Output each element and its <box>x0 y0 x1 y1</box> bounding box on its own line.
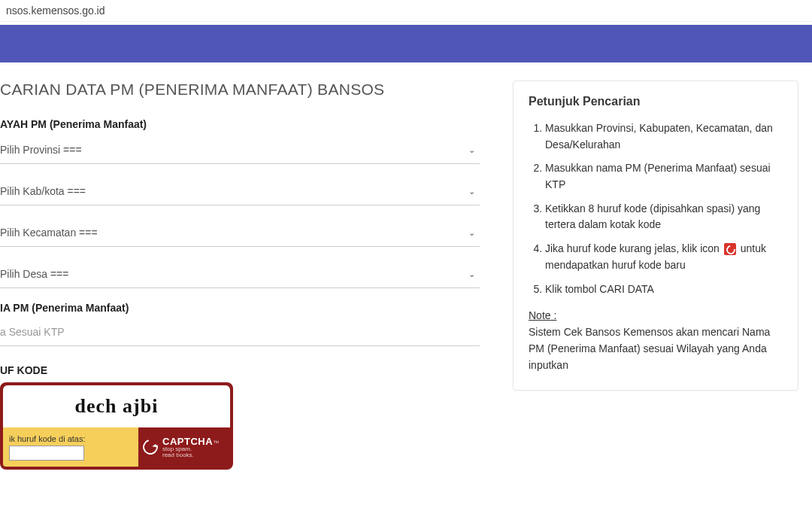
note-heading: Note : <box>529 309 783 321</box>
captcha-input-area: ik huruf kode di atas: <box>3 427 138 467</box>
captcha-input[interactable] <box>9 446 84 461</box>
header-band <box>0 25 812 62</box>
section-wilayah-label: AYAH PM (Penerima Manfaat) <box>0 118 480 130</box>
captcha-hint: ik huruf kode di atas: <box>9 434 132 443</box>
captcha-image: dech ajbi <box>3 385 230 427</box>
section-kode-label: UF KODE <box>0 364 480 376</box>
nama-input[interactable] <box>0 320 480 346</box>
chevron-down-icon: ⌄ <box>468 187 475 196</box>
kecamatan-value: Pilih Kecamatan === <box>0 227 98 239</box>
list-item: Masukkan nama PM (Penerima Manfaat) sesu… <box>545 160 783 193</box>
desa-select[interactable]: Pilih Desa === ⌄ <box>0 260 480 288</box>
captcha-brand-area: CAPTCHA™ stop spam. read books. <box>138 427 230 467</box>
list-item: Klik tombol CARI DATA <box>545 281 783 298</box>
chevron-down-icon: ⌄ <box>468 269 475 279</box>
instructions-list: Masukkan Provinsi, Kabupaten, Kecamatan,… <box>529 120 783 297</box>
provinsi-value: Pilih Provinsi === <box>0 144 82 156</box>
refresh-icon <box>724 243 736 255</box>
section-nama-label: IA PM (Penerima Manfaat) <box>0 302 480 314</box>
desa-value: Pilih Desa === <box>0 268 68 280</box>
captcha-widget: dech ajbi ik huruf kode di atas: CAPTCHA… <box>0 382 233 470</box>
captcha-tag2: read books. <box>162 452 219 458</box>
kecamatan-select[interactable]: Pilih Kecamatan === ⌄ <box>0 219 480 247</box>
kabkota-select[interactable]: Pilih Kab/kota === ⌄ <box>0 178 480 205</box>
instructions-panel: Petunjuk Pencarian Masukkan Provinsi, Ka… <box>513 81 798 391</box>
page-title: CARIAN DATA PM (PENERIMA MANFAAT) BANSOS <box>0 81 480 99</box>
instructions-title: Petunjuk Pencarian <box>529 95 783 108</box>
kabkota-value: Pilih Kab/kota === <box>0 185 86 197</box>
provinsi-select[interactable]: Pilih Provinsi === ⌄ <box>0 136 480 164</box>
address-bar[interactable]: nsos.kemensos.go.id <box>0 0 812 22</box>
chevron-down-icon: ⌄ <box>468 228 475 238</box>
list-item: Jika huruf kode kurang jelas, klik icon … <box>545 241 783 273</box>
note-body: Sistem Cek Bansos Kemensos akan mencari … <box>529 324 783 373</box>
refresh-icon[interactable] <box>140 437 160 457</box>
search-form: CARIAN DATA PM (PENERIMA MANFAAT) BANSOS… <box>0 81 495 470</box>
chevron-down-icon: ⌄ <box>468 145 475 155</box>
list-item: Ketikkan 8 huruf kode (dipisahkan spasi)… <box>545 201 783 233</box>
list-item: Masukkan Provinsi, Kabupaten, Kecamatan,… <box>545 120 783 153</box>
